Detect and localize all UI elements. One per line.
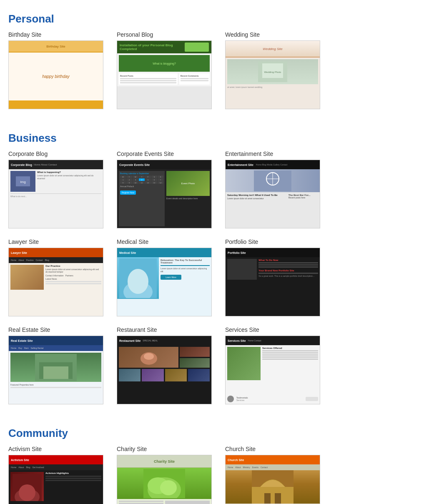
template-birthday-site[interactable]: Birthday Site Birthday Site happy birthd… bbox=[8, 31, 108, 109]
template-lawyer-site[interactable]: Lawyer Site Lawyer Site HomeAboutPractic… bbox=[8, 238, 108, 316]
svg-rect-27 bbox=[264, 493, 271, 504]
svg-point-24 bbox=[160, 480, 177, 495]
entertainment-site-thumb[interactable]: Entertainment Site Home Blog Media Galle… bbox=[225, 160, 320, 228]
portfolio-site-thumb[interactable]: Portfolio Site What To Do Now bbox=[225, 248, 320, 316]
template-corporate-blog[interactable]: Corporate Blog Corporate Blog Home About… bbox=[8, 150, 108, 228]
template-medical-site[interactable]: Medical Site Medical Site Relaxation: Th… bbox=[117, 238, 217, 316]
corporate-events-thumb[interactable]: Corporate Events Site Booking calendar i… bbox=[117, 160, 212, 228]
template-personal-blog[interactable]: Personal Blog Installation of your Perso… bbox=[117, 31, 217, 109]
medical-site-label: Medical Site bbox=[117, 238, 217, 245]
template-activism-site[interactable]: Activism Site Activism Site HomeAboutBlo… bbox=[8, 446, 108, 504]
business-section: Business Corporate Blog Corporate Blog H… bbox=[8, 132, 426, 414]
real-estate-site-thumb[interactable]: Real Estate Site HomeBuyRentSelling Rent… bbox=[8, 336, 103, 404]
svg-point-17 bbox=[144, 353, 154, 360]
activism-site-label: Activism Site bbox=[8, 446, 108, 452]
template-portfolio-site[interactable]: Portfolio Site Portfolio Site What To Do… bbox=[225, 238, 325, 316]
church-site-label: Church Site bbox=[225, 446, 325, 452]
svg-rect-15 bbox=[43, 366, 68, 379]
svg-text:Wedding Photo: Wedding Photo bbox=[264, 71, 282, 73]
svg-point-20 bbox=[19, 484, 35, 501]
real-estate-site-label: Real Estate Site bbox=[8, 326, 108, 333]
business-grid: Corporate Blog Corporate Blog Home About… bbox=[8, 150, 426, 414]
template-restaurant-site[interactable]: Restaurant Site Restaurant Site SPECIAL … bbox=[117, 326, 217, 404]
personal-grid: Birthday Site Birthday Site happy birthd… bbox=[8, 31, 426, 119]
services-site-label: Services Site bbox=[225, 326, 325, 333]
activism-site-thumb[interactable]: Activism Site HomeAboutBlogGet Involved … bbox=[8, 455, 103, 504]
wedding-site-label: Wedding Site bbox=[225, 31, 325, 38]
charity-site-label: Charity Site bbox=[117, 446, 217, 452]
restaurant-site-thumb[interactable]: Restaurant Site SPECIAL MEAL bbox=[117, 336, 212, 404]
community-section: Community Activism Site Activism Site Ho… bbox=[8, 427, 426, 504]
lawyer-site-label: Lawyer Site bbox=[8, 238, 108, 245]
template-real-estate-site[interactable]: Real Estate Site Real Estate Site HomeBu… bbox=[8, 326, 108, 404]
restaurant-site-label: Restaurant Site bbox=[117, 326, 217, 333]
personal-title: Personal bbox=[8, 13, 426, 25]
entertainment-site-label: Entertainment Site bbox=[225, 150, 325, 157]
svg-rect-26 bbox=[252, 487, 294, 504]
lawyer-site-thumb[interactable]: Lawyer Site HomeAboutPracticeContactBlog… bbox=[8, 248, 103, 316]
template-corporate-events[interactable]: Corporate Events Site Corporate Events S… bbox=[117, 150, 217, 228]
church-site-thumb[interactable]: Church Site HomeAboutMinistryEventsConta… bbox=[225, 455, 320, 504]
business-title: Business bbox=[8, 132, 426, 145]
template-entertainment-site[interactable]: Entertainment Site Entertainment Site Ho… bbox=[225, 150, 325, 228]
birthday-site-label: Birthday Site bbox=[8, 31, 108, 38]
corporate-blog-thumb[interactable]: Corporate Blog Home About Contact Img Wh… bbox=[8, 160, 103, 228]
birthday-site-thumb[interactable]: Birthday Site happy birthday bbox=[8, 40, 103, 109]
charity-site-thumb[interactable]: Charity Site Donate Ge bbox=[117, 455, 212, 504]
community-title: Community bbox=[8, 427, 426, 440]
personal-blog-thumb[interactable]: Installation of your Personal Blog Compl… bbox=[117, 40, 212, 109]
template-services-site[interactable]: Services Site Services Site Home Contact… bbox=[225, 326, 325, 404]
template-church-site[interactable]: Church Site Church Site HomeAboutMinistr… bbox=[225, 446, 325, 504]
corporate-events-label: Corporate Events Site bbox=[117, 150, 217, 157]
personal-section: Personal Birthday Site Birthday Site hap… bbox=[8, 13, 426, 119]
template-wedding-site[interactable]: Wedding Site Wedding Site Wedding Photo … bbox=[225, 31, 325, 109]
template-charity-site[interactable]: Charity Site Charity Site bbox=[117, 446, 217, 504]
corporate-blog-label: Corporate Blog bbox=[8, 150, 108, 157]
personal-blog-label: Personal Blog bbox=[117, 31, 217, 38]
medical-site-thumb[interactable]: Medical Site Relaxation: The Key To Succ… bbox=[117, 248, 212, 316]
portfolio-site-label: Portfolio Site bbox=[225, 238, 325, 245]
community-grid: Activism Site Activism Site HomeAboutBlo… bbox=[8, 446, 426, 504]
services-site-thumb[interactable]: Services Site Home Contact Services Offe… bbox=[225, 336, 320, 404]
svg-rect-28 bbox=[275, 493, 281, 504]
svg-text:Img: Img bbox=[20, 180, 25, 184]
svg-point-12 bbox=[128, 269, 148, 294]
wedding-site-thumb[interactable]: Wedding Site Wedding Photo sit amet, lor… bbox=[225, 40, 320, 109]
